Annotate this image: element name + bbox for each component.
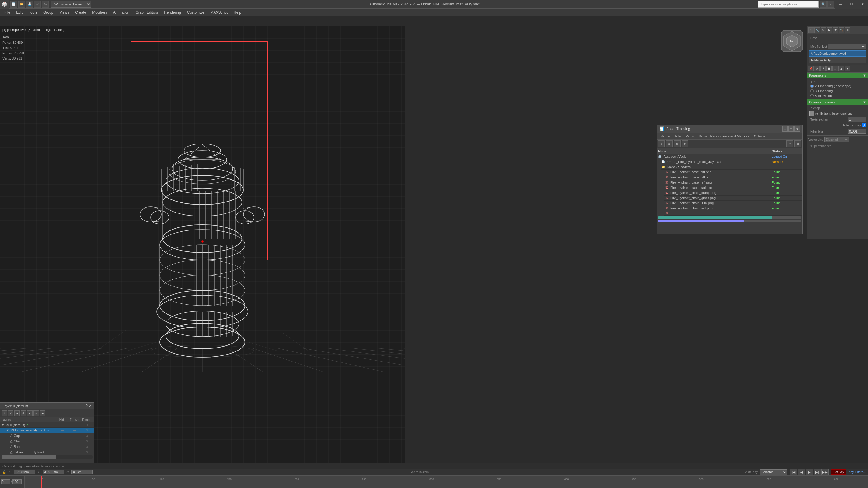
- first-frame-btn[interactable]: |◀: [790, 468, 797, 476]
- modify-tab[interactable]: 🔧: [814, 27, 820, 33]
- selected-dropdown[interactable]: Selected: [760, 469, 787, 475]
- configure-btn[interactable]: ⚙: [814, 66, 819, 71]
- undo-btn[interactable]: ↩: [34, 1, 41, 8]
- hierarchy-tab[interactable]: ⚙: [820, 27, 826, 33]
- layer-set-cur-btn[interactable]: ●: [27, 411, 33, 416]
- asset-row[interactable]: 🖼 Fire_Hydrant_chain_IOR.png Found: [664, 201, 802, 206]
- layer-row[interactable]: △ Urban_Fire_Hydrant — — □: [0, 449, 94, 455]
- redo-btn[interactable]: ↪: [42, 1, 49, 8]
- asset-menu-file[interactable]: File: [673, 134, 683, 139]
- hide-btn[interactable]: 🔲: [826, 66, 832, 71]
- workspace-selector[interactable]: Workspace: Default: [51, 1, 91, 8]
- menu-animation[interactable]: Animation: [110, 9, 132, 16]
- search-icon[interactable]: 🔍: [820, 1, 827, 8]
- pin-stack-btn[interactable]: 📌: [808, 66, 813, 71]
- layer-row[interactable]: △ Base — — □: [0, 444, 94, 449]
- new-btn[interactable]: 📄: [10, 1, 17, 8]
- asset-row[interactable]: 🖼 Fire_Hydrant_chain_bump.png Found: [664, 190, 802, 196]
- menu-modifiers[interactable]: Modifiers: [89, 9, 110, 16]
- asset-menu-server[interactable]: Server: [658, 134, 673, 139]
- time-input[interactable]: [1, 480, 10, 484]
- asset-row[interactable]: 🖼 Fire_Hydrant_base_diff.png Found: [664, 170, 802, 175]
- utilities-tab[interactable]: 🔨: [839, 27, 844, 33]
- navigation-cube[interactable]: Top: [780, 29, 804, 53]
- menu-create[interactable]: Create: [72, 9, 89, 16]
- layer-delete-btn[interactable]: ✕: [8, 411, 13, 416]
- layer-row[interactable]: △ Chain — — □: [0, 438, 94, 444]
- type-3d-radio[interactable]: 3D mapping: [808, 89, 867, 93]
- asset-row[interactable]: 🖼 Fire_Hydrant_chain_gloss.png Found: [664, 196, 802, 201]
- asset-detail-btn[interactable]: ⊞: [674, 140, 681, 147]
- asset-row[interactable]: 📁 Maps / Shaders: [660, 164, 802, 170]
- filter-texmap-checkbox[interactable]: [862, 124, 866, 127]
- layer-add-sel-btn[interactable]: ⊕: [21, 411, 26, 416]
- modifier-editable-poly[interactable]: Editable Poly: [809, 57, 866, 63]
- menu-help[interactable]: Help: [230, 9, 244, 16]
- vector-disp-dropdown[interactable]: Disabled: [825, 137, 849, 142]
- close-button[interactable]: ✕: [857, 0, 868, 8]
- asset-settings-btn[interactable]: ⚙: [794, 140, 801, 147]
- menu-group[interactable]: Group: [40, 9, 56, 16]
- asset-minimize[interactable]: ─: [782, 126, 788, 132]
- layers-scrollbar[interactable]: [2, 455, 93, 458]
- asset-maximize[interactable]: □: [788, 126, 794, 132]
- save-btn[interactable]: 💾: [26, 1, 33, 8]
- timeline-track[interactable]: 0 50 100 150 200 250 300 350 400 450 500…: [24, 476, 868, 488]
- texture-chan-input[interactable]: [848, 117, 866, 122]
- open-btn[interactable]: 📂: [18, 1, 25, 8]
- search-input[interactable]: [758, 1, 819, 8]
- layer-new-btn[interactable]: +: [2, 411, 7, 416]
- layer-row[interactable]: ▼ 🏷 Urban_Fire_Hydrant ▪ — — □: [0, 428, 94, 433]
- motion-tab[interactable]: ▶: [827, 27, 832, 33]
- layer-row[interactable]: △ Cap — — □: [0, 433, 94, 438]
- menu-edit[interactable]: Edit: [13, 9, 26, 16]
- asset-icons-btn[interactable]: ⊟: [682, 140, 688, 147]
- menu-views[interactable]: Views: [56, 9, 72, 16]
- parameters-header[interactable]: Parameters▼: [807, 73, 868, 78]
- show-all-btn[interactable]: 👁: [820, 66, 826, 71]
- menu-rendering[interactable]: Rendering: [161, 9, 184, 16]
- asset-menu-options[interactable]: Options: [751, 134, 768, 139]
- layers-close[interactable]: ✕: [89, 404, 92, 408]
- asset-row[interactable]: 📄 Urban_Fire_Hydrant_max_vray.max Networ…: [660, 159, 802, 164]
- move-down-btn[interactable]: ▼: [844, 66, 850, 71]
- menu-maxscript[interactable]: MAXScript: [207, 9, 230, 16]
- type-subdiv-radio[interactable]: Subdivision: [808, 93, 867, 98]
- minimize-button[interactable]: ─: [835, 0, 846, 8]
- menu-file[interactable]: File: [1, 9, 13, 16]
- modifier-vray[interactable]: VRayDisplacementMod: [809, 51, 866, 57]
- texmap-thumbnail[interactable]: [809, 111, 814, 116]
- coord-y-input[interactable]: [42, 470, 64, 474]
- total-frames-input[interactable]: [12, 480, 22, 484]
- asset-row[interactable]: 🏦 Autodesk Vault Logged On: [657, 154, 802, 159]
- asset-list-btn[interactable]: ≡: [666, 140, 673, 147]
- asset-refresh-btn[interactable]: ↺: [658, 140, 665, 147]
- move-up-btn[interactable]: ▲: [838, 66, 844, 71]
- type-2d-radio[interactable]: 2D mapping (landscape): [808, 84, 867, 89]
- coord-z-input[interactable]: [71, 470, 93, 474]
- extra-tab[interactable]: ≡: [845, 27, 850, 33]
- maximize-button[interactable]: □: [846, 0, 857, 8]
- help-icon[interactable]: ?: [827, 1, 834, 8]
- menu-tools[interactable]: Tools: [26, 9, 40, 16]
- asset-row[interactable]: 🖼 Fire_Hydrant_base_refl.png Found: [664, 180, 802, 185]
- asset-row[interactable]: 🖼: [664, 211, 802, 216]
- asset-help-btn[interactable]: ?: [786, 140, 793, 147]
- layer-collapse-btn[interactable]: ≡: [33, 411, 39, 416]
- layer-row[interactable]: ▼ 🗂 0 (default) ✓ — — □: [0, 422, 94, 428]
- coord-x-input[interactable]: [14, 470, 35, 474]
- set-key-btn[interactable]: Set Key: [831, 469, 846, 475]
- asset-menu-bitmap-perf[interactable]: Bitmap Performance and Memory: [696, 134, 751, 139]
- filter-blur-input[interactable]: [848, 129, 866, 134]
- asset-row[interactable]: 🖼 Fire_Hydrant_cap_displ.png Found: [664, 185, 802, 190]
- menu-customize[interactable]: Customize: [184, 9, 208, 16]
- prev-frame-btn[interactable]: ◀: [798, 468, 805, 476]
- last-frame-btn[interactable]: ▶▶|: [822, 468, 829, 476]
- asset-menu-paths[interactable]: Paths: [683, 134, 696, 139]
- delete-mod-btn[interactable]: ✕: [832, 66, 838, 71]
- layer-expand-btn[interactable]: ≣: [40, 411, 45, 416]
- create-tab[interactable]: ✦: [808, 27, 814, 33]
- menu-graph-editors[interactable]: Graph Editors: [132, 9, 161, 16]
- asset-close[interactable]: ✕: [794, 126, 800, 132]
- play-btn[interactable]: ▶: [806, 468, 813, 476]
